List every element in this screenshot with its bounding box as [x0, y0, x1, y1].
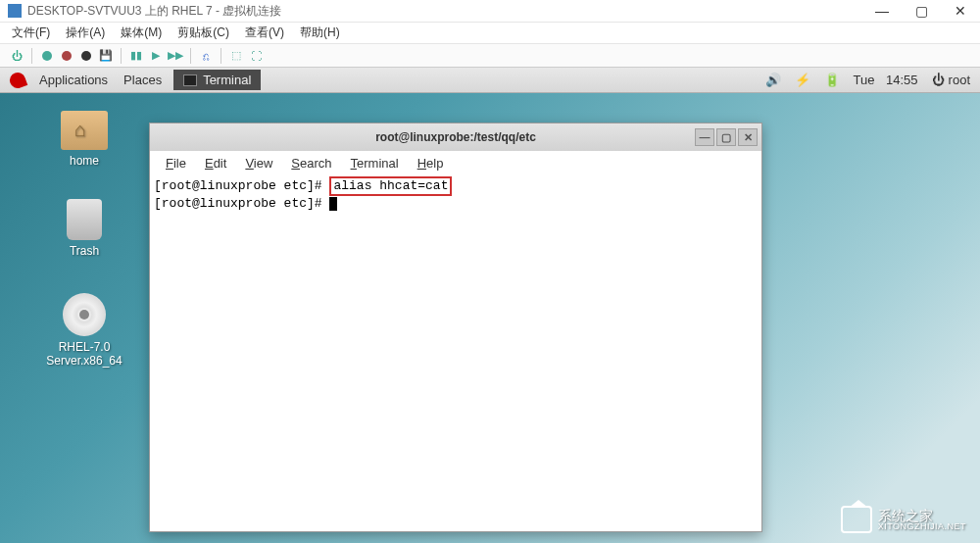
terminal-prompt: [root@linuxprobe etc]#	[154, 178, 329, 193]
terminal-minimize-button[interactable]: —	[695, 128, 714, 146]
desktop[interactable]: home Trash RHEL-7.0 Server.x86_64 root@l…	[0, 93, 980, 543]
host-window-titlebar: DESKTOP-SVTVUU3 上的 RHEL 7 - 虚拟机连接 — ▢ ✕	[0, 0, 980, 23]
folder-icon	[61, 111, 108, 150]
tool-stop-icon[interactable]	[58, 47, 75, 65]
battery-icon[interactable]: 🔋	[824, 73, 840, 87]
terminal-prompt: [root@linuxprobe etc]#	[154, 196, 329, 211]
highlighted-command: alias hhcat=cat	[329, 176, 452, 196]
terminal-window: root@linuxprobe:/test/qq/etc — ▢ ✕ File …	[149, 123, 762, 532]
desktop-icon-label: Trash	[35, 244, 133, 258]
applications-menu[interactable]: Applications	[31, 73, 116, 87]
menu-media[interactable]: 媒体(M)	[121, 25, 162, 41]
watermark-name: 系统之家	[878, 509, 966, 522]
tool-reset-icon[interactable]: ▶	[147, 47, 165, 65]
tool-fullscreen-icon[interactable]: ⛶	[247, 47, 265, 65]
terminal-maximize-button[interactable]: ▢	[716, 128, 736, 146]
maximize-button[interactable]: ▢	[902, 0, 941, 22]
redhat-icon	[8, 70, 28, 90]
network-icon[interactable]: ⚡	[795, 73, 810, 87]
desktop-icon-home[interactable]: home	[35, 111, 133, 168]
terminal-menu-view[interactable]: View	[237, 154, 280, 173]
trash-icon	[67, 199, 102, 240]
terminal-taskbar-item[interactable]: Terminal	[173, 70, 261, 90]
host-window-title: DESKTOP-SVTVUU3 上的 RHEL 7 - 虚拟机连接	[27, 3, 281, 20]
desktop-icon-disc[interactable]: RHEL-7.0 Server.x86_64	[29, 293, 139, 368]
places-menu[interactable]: Places	[116, 73, 170, 87]
terminal-cursor	[329, 197, 337, 211]
terminal-titlebar[interactable]: root@linuxprobe:/test/qq/etc — ▢ ✕	[150, 123, 761, 151]
menu-view[interactable]: 查看(V)	[245, 25, 284, 41]
terminal-title: root@linuxprobe:/test/qq/etc	[375, 130, 536, 144]
disc-icon	[63, 293, 106, 336]
tool-share-icon[interactable]: ⬚	[227, 47, 245, 65]
minimize-button[interactable]: —	[862, 0, 902, 22]
terminal-menubar: File Edit View Search Terminal Help	[150, 151, 761, 174]
tool-save-icon[interactable]: 💾	[97, 47, 115, 65]
terminal-body[interactable]: [root@linuxprobe etc]# alias hhcat=cat […	[150, 174, 761, 213]
tool-power-icon[interactable]: ⏻	[8, 47, 25, 65]
gnome-top-bar: Applications Places Terminal 🔊 ⚡ 🔋 Tue 1…	[0, 68, 980, 93]
volume-icon[interactable]: 🔊	[765, 73, 781, 87]
tool-shutdown-icon[interactable]	[77, 47, 95, 65]
terminal-menu-help[interactable]: Help	[410, 154, 452, 173]
desktop-icon-label: home	[35, 154, 133, 168]
watermark-url: XITONGZHIJIA.NET	[878, 522, 966, 531]
tool-checkpoint-icon[interactable]: ▶▶	[167, 47, 184, 65]
tool-pause-icon[interactable]: ▮▮	[127, 47, 145, 65]
clock[interactable]: Tue 14:55	[854, 73, 918, 87]
user-menu[interactable]: ⏻ root	[932, 73, 970, 87]
desktop-icon-trash[interactable]: Trash	[35, 199, 133, 258]
power-icon: ⏻	[932, 73, 945, 87]
desktop-icon-label: RHEL-7.0 Server.x86_64	[29, 340, 139, 368]
terminal-menu-file[interactable]: File	[158, 154, 194, 173]
terminal-menu-edit[interactable]: Edit	[197, 154, 234, 173]
terminal-task-label: Terminal	[203, 73, 251, 87]
watermark: 系统之家 XITONGZHIJIA.NET	[841, 506, 966, 533]
host-menubar: 文件(F) 操作(A) 媒体(M) 剪贴板(C) 查看(V) 帮助(H)	[0, 23, 980, 44]
close-button[interactable]: ✕	[941, 0, 980, 22]
menu-help[interactable]: 帮助(H)	[300, 25, 340, 41]
tool-revert-icon[interactable]: ⎌	[197, 47, 215, 65]
tool-start-icon[interactable]	[38, 47, 56, 65]
menu-action[interactable]: 操作(A)	[66, 25, 105, 41]
vm-icon	[8, 4, 22, 18]
terminal-task-icon	[183, 74, 197, 86]
terminal-menu-terminal[interactable]: Terminal	[343, 154, 407, 173]
terminal-close-button[interactable]: ✕	[738, 128, 758, 146]
host-toolbar: ⏻ 💾 ▮▮ ▶ ▶▶ ⎌ ⬚ ⛶	[0, 44, 980, 68]
menu-clipboard[interactable]: 剪贴板(C)	[177, 25, 229, 41]
terminal-menu-search[interactable]: Search	[283, 154, 339, 173]
menu-file[interactable]: 文件(F)	[12, 25, 50, 41]
watermark-logo-icon	[841, 506, 872, 533]
